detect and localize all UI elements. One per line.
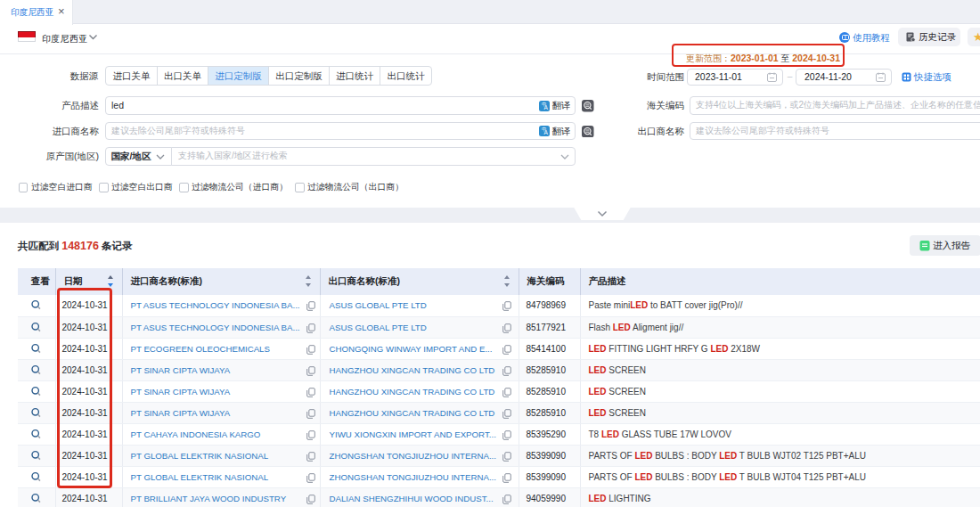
svg-text:A: A xyxy=(544,104,549,110)
svg-text:A: A xyxy=(544,129,549,135)
